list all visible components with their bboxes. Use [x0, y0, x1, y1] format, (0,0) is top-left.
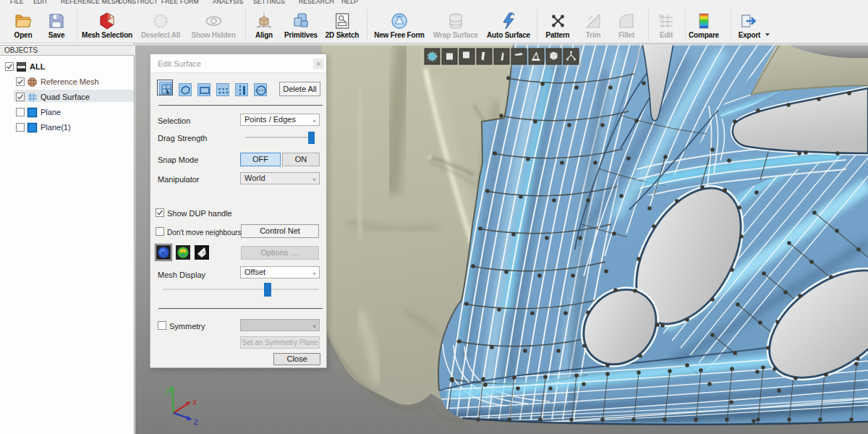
svg-text:y: y: [166, 385, 171, 395]
svg-text:z: z: [193, 417, 198, 427]
svg-text:x: x: [192, 397, 197, 407]
